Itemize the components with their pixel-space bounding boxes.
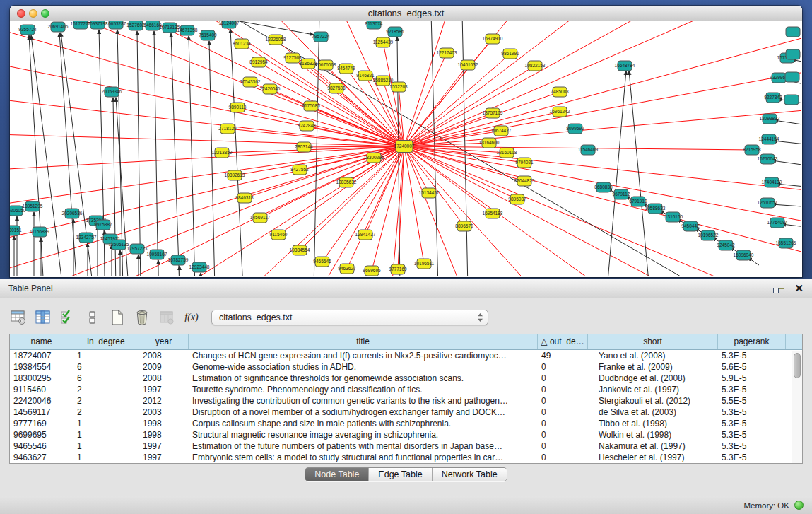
cell-in_degree[interactable]: 1 [73, 350, 139, 361]
table-header-row[interactable]: namein_degreeyeartitle△ out_de…shortpage… [10, 334, 802, 350]
table-scrollbar-thumb[interactable] [794, 353, 801, 378]
table-row[interactable]: 946362711997Embryonic stem cells: a mode… [10, 452, 802, 463]
table-row[interactable]: 1456911722003Disruption of a novel membe… [10, 407, 802, 418]
table-row[interactable]: 911546021997Tourette syndrome. Phenomeno… [10, 384, 802, 395]
cell-year[interactable]: 1997 [139, 452, 189, 463]
cell-title[interactable]: Corpus callosum shape and size in male p… [189, 418, 538, 429]
graph-node[interactable] [786, 27, 800, 37]
cell-name[interactable]: 9777169 [10, 418, 73, 429]
cell-out_de[interactable]: 0 [538, 429, 588, 440]
table-row[interactable]: 2242004622012Investigating the contribut… [10, 395, 802, 407]
tab-edge-table[interactable]: Edge Table [368, 468, 431, 481]
table-row[interactable]: 1938455462009Genome-wide association stu… [10, 361, 802, 373]
table-row[interactable]: 1872400712008Changes of HCN gene express… [10, 350, 802, 361]
memory-ok-icon[interactable] [794, 501, 804, 510]
zoom-window-button[interactable] [41, 9, 49, 18]
cell-pagerank[interactable]: 5.3E-5 [718, 429, 786, 440]
graph-node[interactable] [785, 72, 799, 82]
cell-short[interactable]: Yano et al. (2008) [588, 350, 718, 361]
table-settings-icon[interactable] [9, 308, 28, 327]
cell-out_de[interactable]: 0 [538, 452, 588, 463]
cell-short[interactable]: Dudbridge et al. (2008) [588, 373, 718, 384]
table-scrollbar[interactable] [792, 351, 802, 463]
cell-title[interactable]: Estimation of the future numbers of pati… [189, 440, 538, 452]
cell-name[interactable]: 14569117 [10, 407, 73, 418]
cell-name[interactable]: 18724007 [10, 350, 73, 361]
tab-node-table[interactable]: Node Table [305, 468, 368, 481]
cell-pagerank[interactable]: 5.3E-5 [718, 418, 786, 429]
cell-in_degree[interactable]: 2 [73, 407, 139, 418]
tab-network-table[interactable]: Network Table [432, 468, 507, 481]
row-boxes-icon[interactable] [83, 308, 102, 327]
cell-name[interactable]: 9463627 [10, 452, 73, 463]
cell-pagerank[interactable]: 5.6E-5 [718, 361, 786, 373]
table-source-select[interactable]: citations_edges.txt [211, 310, 488, 325]
cell-year[interactable]: 2012 [139, 395, 189, 407]
show-columns-icon[interactable] [34, 308, 52, 327]
cell-in_degree[interactable]: 2 [73, 395, 139, 407]
cell-out_de[interactable]: 0 [538, 440, 588, 452]
table-row[interactable]: 1830029562008Estimation of significance … [10, 373, 802, 384]
table-row[interactable]: 969969511998Structural magnetic resonanc… [10, 429, 802, 440]
cell-pagerank[interactable]: 5.3E-5 [718, 440, 786, 452]
close-window-button[interactable] [17, 9, 25, 18]
cell-title[interactable]: Genome-wide association studies in ADHD. [189, 361, 538, 373]
cell-short[interactable]: Hescheler et al. (1997) [588, 452, 718, 463]
cell-in_degree[interactable]: 6 [73, 373, 139, 384]
cell-year[interactable]: 2008 [139, 350, 189, 361]
cell-short[interactable]: Franke et al. (2009) [588, 361, 718, 373]
cell-out_de[interactable]: 0 [538, 373, 588, 384]
cell-year[interactable]: 2003 [139, 407, 189, 418]
cell-in_degree[interactable]: 1 [73, 429, 139, 440]
window-titlebar[interactable]: citations_edges.txt [10, 6, 802, 21]
cell-out_de[interactable]: 49 [538, 350, 588, 361]
cell-out_de[interactable]: 0 [538, 418, 588, 429]
column-header-out_de[interactable]: △ out_de… [538, 334, 588, 349]
column-header-title[interactable]: title [189, 334, 538, 349]
cell-name[interactable]: 19384554 [10, 361, 73, 373]
select-rows-icon[interactable] [59, 308, 77, 327]
cell-title[interactable]: Investigating the contribution of common… [189, 395, 538, 407]
cell-year[interactable]: 1997 [139, 384, 189, 395]
cell-out_de[interactable]: 0 [538, 361, 588, 373]
column-header-short[interactable]: short [588, 334, 718, 349]
column-header-name[interactable]: name [10, 334, 73, 349]
cell-short[interactable]: de Silva et al. (2003) [588, 407, 718, 418]
cell-short[interactable]: Wolkin et al. (1998) [588, 429, 718, 440]
cell-name[interactable]: 22420046 [10, 395, 73, 407]
cell-pagerank[interactable]: 5.5E-5 [718, 395, 786, 407]
cell-year[interactable]: 2008 [139, 373, 189, 384]
float-panel-icon[interactable] [773, 284, 784, 293]
cell-name[interactable]: 9115460 [10, 384, 73, 395]
close-panel-icon[interactable]: ✕ [794, 284, 804, 293]
cell-short[interactable]: Tibbo et al. (1998) [588, 418, 718, 429]
table-row[interactable]: 977716911998Corpus callosum shape and si… [10, 418, 802, 429]
cell-short[interactable]: Jankovic et al. (1997) [588, 384, 718, 395]
cell-name[interactable]: 9699695 [10, 429, 73, 440]
cell-year[interactable]: 1998 [139, 418, 189, 429]
function-builder-icon[interactable]: f(x) [182, 308, 201, 327]
cell-pagerank[interactable]: 5.3E-5 [718, 407, 786, 418]
column-header-in_degree[interactable]: in_degree [73, 334, 139, 349]
cell-short[interactable]: Stergiakouli et al. (2012) [588, 395, 718, 407]
cell-short[interactable]: Nakamura et al. (1997) [588, 440, 718, 452]
cell-name[interactable]: 18300295 [10, 373, 73, 384]
cell-title[interactable]: Structural magnetic resonance image aver… [189, 429, 538, 440]
cell-in_degree[interactable]: 2 [73, 384, 139, 395]
cell-year[interactable]: 2009 [139, 361, 189, 373]
table-row[interactable]: 946554611997Estimation of the future num… [10, 440, 802, 452]
cell-title[interactable]: Tourette syndrome. Phenomenology and cla… [189, 384, 538, 395]
cell-in_degree[interactable]: 1 [73, 418, 139, 429]
cell-year[interactable]: 1998 [139, 429, 189, 440]
cell-pagerank[interactable]: 5.9E-5 [718, 373, 786, 384]
cell-pagerank[interactable]: 5.3E-5 [718, 452, 786, 463]
cell-out_de[interactable]: 0 [538, 407, 588, 418]
cell-name[interactable]: 9465546 [10, 440, 73, 452]
new-table-icon[interactable] [108, 308, 126, 327]
cell-title[interactable]: Embryonic stem cells: a model to study s… [189, 452, 538, 463]
delete-table-icon[interactable] [133, 308, 151, 327]
cell-pagerank[interactable]: 5.3E-5 [718, 350, 786, 361]
graph-node[interactable] [784, 95, 799, 105]
cell-out_de[interactable]: 0 [538, 395, 588, 407]
column-header-pagerank[interactable]: pagerank [718, 334, 786, 349]
